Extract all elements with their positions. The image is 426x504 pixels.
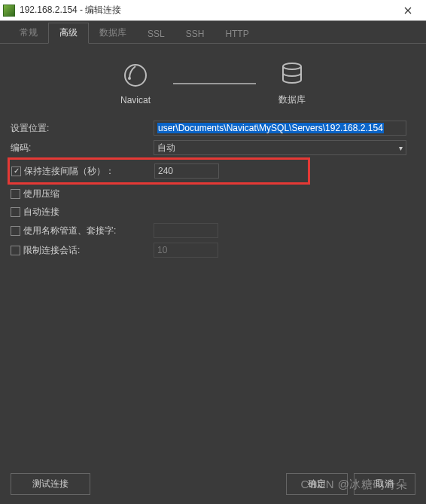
content-panel: Navicat 数据库 设置位置: user\Documents\Navicat…: [0, 44, 426, 267]
select-encoding[interactable]: 自动 ▾: [154, 140, 406, 155]
input-named-pipe[interactable]: [154, 223, 218, 238]
row-limit-sessions: 限制连接会话:: [11, 240, 415, 260]
test-connection-button[interactable]: 测试连接: [11, 473, 90, 495]
row-keep-alive: ✓ 保持连接间隔（秒）：: [11, 161, 306, 181]
input-settings-location[interactable]: user\Documents\Navicat\MySQL\Servers\192…: [154, 121, 406, 136]
checkbox-auto-connect[interactable]: [11, 207, 20, 217]
row-named-pipe: 使用名称管道、套接字:: [11, 221, 415, 240]
tab-http[interactable]: HTTP: [215, 26, 259, 43]
ok-button[interactable]: 确定: [286, 473, 348, 495]
svg-point-1: [128, 77, 131, 80]
cancel-button[interactable]: 取消: [354, 473, 415, 495]
row-settings-location: 设置位置: user\Documents\Navicat\MySQL\Serve…: [11, 118, 415, 138]
database-icon: [278, 60, 306, 87]
checkbox-limit-sessions[interactable]: [11, 246, 20, 255]
row-compression: 使用压缩: [11, 185, 415, 203]
close-button[interactable]: [393, 0, 423, 21]
label-named-pipe: 使用名称管道、套接字:: [23, 225, 116, 237]
connection-diagram: Navicat 数据库: [11, 54, 415, 118]
checkbox-compression[interactable]: [11, 189, 20, 199]
checkbox-keep-alive[interactable]: ✓: [11, 166, 21, 176]
diagram-database: 数据库: [278, 60, 306, 106]
row-encoding: 编码: 自动 ▾: [11, 138, 415, 157]
label-limit-sessions: 限制连接会话:: [23, 244, 80, 257]
label-keep-alive: 保持连接间隔（秒）：: [24, 165, 114, 178]
tab-ssl[interactable]: SSL: [137, 26, 175, 43]
diagram-navicat: Navicat: [120, 62, 151, 105]
highlight-keep-alive: ✓ 保持连接间隔（秒）：: [8, 157, 310, 185]
tabstrip: 常规 高级 数据库 SSL SSH HTTP: [0, 21, 426, 44]
input-keep-alive[interactable]: [154, 163, 219, 179]
footer-button-group: 确定 取消: [286, 473, 415, 495]
svg-point-0: [125, 65, 146, 86]
checkbox-named-pipe[interactable]: [11, 226, 20, 236]
svg-point-2: [283, 63, 301, 69]
label-encoding: 编码:: [11, 142, 154, 154]
diagram-navicat-label: Navicat: [120, 95, 151, 105]
row-auto-connect: 自动连接: [11, 203, 415, 221]
window-title: 192.168.2.154 - 编辑连接: [20, 4, 393, 17]
navicat-icon: [122, 62, 149, 89]
app-icon: [3, 5, 15, 17]
tab-general[interactable]: 常规: [9, 23, 48, 43]
diagram-database-label: 数据库: [278, 93, 306, 106]
titlebar: 192.168.2.154 - 编辑连接: [0, 0, 426, 21]
label-settings-location: 设置位置:: [11, 122, 154, 135]
chevron-down-icon: ▾: [399, 144, 403, 152]
tab-advanced[interactable]: 高级: [48, 23, 89, 44]
diagram-connector-line: [173, 83, 256, 84]
footer: 测试连接 确定 取消: [11, 473, 415, 495]
label-compression: 使用压缩: [23, 188, 59, 200]
tab-databases[interactable]: 数据库: [89, 23, 137, 43]
tab-ssh[interactable]: SSH: [175, 26, 215, 43]
input-limit-sessions[interactable]: [154, 243, 218, 258]
close-icon: [404, 7, 412, 14]
label-auto-connect: 自动连接: [23, 206, 59, 218]
select-encoding-value: 自动: [157, 142, 175, 154]
